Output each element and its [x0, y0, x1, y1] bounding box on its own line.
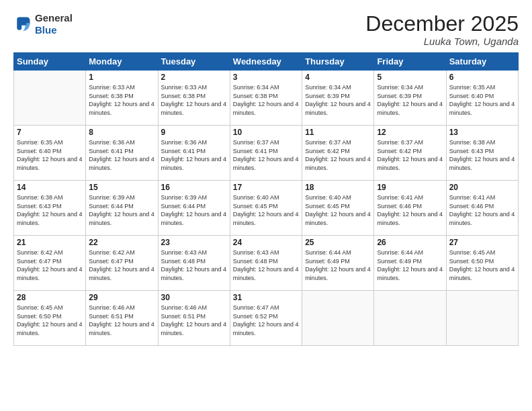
day-number: 13 — [449, 128, 515, 137]
calendar-cell — [446, 291, 518, 346]
calendar-cell: 18Sunrise: 6:40 AMSunset: 6:45 PMDayligh… — [302, 181, 374, 236]
weekday-header: Thursday — [302, 53, 374, 71]
calendar-header-row: SundayMondayTuesdayWednesdayThursdayFrid… — [14, 53, 519, 71]
day-info: Sunrise: 6:44 AMSunset: 6:49 PMDaylight:… — [377, 248, 443, 282]
calendar-cell: 23Sunrise: 6:43 AMSunset: 6:48 PMDayligh… — [158, 236, 230, 291]
calendar-cell: 26Sunrise: 6:44 AMSunset: 6:49 PMDayligh… — [374, 236, 446, 291]
day-info: Sunrise: 6:42 AMSunset: 6:47 PMDaylight:… — [89, 248, 154, 282]
day-info: Sunrise: 6:42 AMSunset: 6:47 PMDaylight:… — [17, 248, 83, 282]
day-number: 21 — [17, 238, 83, 247]
day-number: 3 — [233, 73, 299, 82]
weekday-header: Friday — [374, 53, 446, 71]
day-number: 23 — [161, 238, 227, 247]
day-number: 26 — [377, 238, 443, 247]
logo-blue-text: Blue — [35, 24, 73, 36]
weekday-header: Tuesday — [158, 53, 230, 71]
day-number: 9 — [161, 128, 227, 137]
calendar-cell: 16Sunrise: 6:39 AMSunset: 6:44 PMDayligh… — [158, 181, 230, 236]
day-number: 31 — [233, 293, 299, 302]
calendar-cell: 7Sunrise: 6:35 AMSunset: 6:40 PMDaylight… — [14, 126, 86, 181]
day-info: Sunrise: 6:34 AMSunset: 6:39 PMDaylight:… — [377, 83, 443, 117]
day-number: 4 — [305, 73, 371, 82]
day-number: 27 — [449, 238, 515, 247]
calendar-cell: 29Sunrise: 6:46 AMSunset: 6:51 PMDayligh… — [86, 291, 158, 346]
calendar-cell: 8Sunrise: 6:36 AMSunset: 6:41 PMDaylight… — [86, 126, 158, 181]
calendar-cell: 21Sunrise: 6:42 AMSunset: 6:47 PMDayligh… — [14, 236, 86, 291]
day-info: Sunrise: 6:40 AMSunset: 6:45 PMDaylight:… — [305, 193, 371, 227]
logo-icon — [13, 15, 32, 34]
calendar-cell: 28Sunrise: 6:45 AMSunset: 6:50 PMDayligh… — [14, 291, 86, 346]
logo-general-text: General — [35, 12, 73, 24]
day-info: Sunrise: 6:33 AMSunset: 6:38 PMDaylight:… — [89, 83, 154, 117]
calendar-week-row: 1Sunrise: 6:33 AMSunset: 6:38 PMDaylight… — [14, 71, 519, 126]
calendar-cell: 27Sunrise: 6:45 AMSunset: 6:50 PMDayligh… — [446, 236, 518, 291]
day-info: Sunrise: 6:40 AMSunset: 6:45 PMDaylight:… — [233, 193, 299, 227]
day-info: Sunrise: 6:45 AMSunset: 6:50 PMDaylight:… — [17, 304, 83, 337]
calendar-cell: 20Sunrise: 6:41 AMSunset: 6:46 PMDayligh… — [446, 181, 518, 236]
calendar-cell: 25Sunrise: 6:44 AMSunset: 6:49 PMDayligh… — [302, 236, 374, 291]
calendar-cell: 2Sunrise: 6:33 AMSunset: 6:38 PMDaylight… — [158, 71, 230, 126]
day-info: Sunrise: 6:39 AMSunset: 6:44 PMDaylight:… — [161, 193, 227, 227]
day-info: Sunrise: 6:41 AMSunset: 6:46 PMDaylight:… — [377, 193, 443, 227]
day-number: 29 — [89, 293, 154, 302]
day-info: Sunrise: 6:39 AMSunset: 6:44 PMDaylight:… — [89, 193, 154, 227]
calendar-cell: 6Sunrise: 6:35 AMSunset: 6:40 PMDaylight… — [446, 71, 518, 126]
day-number: 8 — [89, 128, 154, 137]
day-info: Sunrise: 6:45 AMSunset: 6:50 PMDaylight:… — [449, 248, 515, 282]
calendar-cell: 17Sunrise: 6:40 AMSunset: 6:45 PMDayligh… — [230, 181, 302, 236]
day-number: 18 — [305, 183, 371, 192]
calendar-table: SundayMondayTuesdayWednesdayThursdayFrid… — [13, 52, 519, 346]
day-info: Sunrise: 6:35 AMSunset: 6:40 PMDaylight:… — [17, 138, 83, 172]
day-number: 16 — [161, 183, 227, 192]
weekday-header: Sunday — [14, 53, 86, 71]
day-number: 15 — [89, 183, 154, 192]
header: General Blue December 2025 Luuka Town, U… — [13, 12, 519, 47]
day-info: Sunrise: 6:43 AMSunset: 6:48 PMDaylight:… — [161, 248, 227, 282]
day-number: 12 — [377, 128, 443, 137]
day-number: 30 — [161, 293, 227, 302]
day-number: 20 — [449, 183, 515, 192]
day-number: 6 — [449, 73, 515, 82]
day-info: Sunrise: 6:37 AMSunset: 6:42 PMDaylight:… — [377, 138, 443, 172]
day-number: 28 — [17, 293, 83, 302]
weekday-header: Wednesday — [230, 53, 302, 71]
day-number: 10 — [233, 128, 299, 137]
calendar-cell — [374, 291, 446, 346]
day-info: Sunrise: 6:36 AMSunset: 6:41 PMDaylight:… — [89, 138, 154, 172]
calendar-week-row: 14Sunrise: 6:38 AMSunset: 6:43 PMDayligh… — [14, 181, 519, 236]
calendar-cell — [14, 71, 86, 126]
calendar-cell: 22Sunrise: 6:42 AMSunset: 6:47 PMDayligh… — [86, 236, 158, 291]
day-info: Sunrise: 6:46 AMSunset: 6:51 PMDaylight:… — [161, 304, 227, 337]
location: Luuka Town, Uganda — [365, 36, 519, 47]
day-info: Sunrise: 6:37 AMSunset: 6:42 PMDaylight:… — [305, 138, 371, 172]
logo: General Blue — [13, 12, 73, 36]
day-info: Sunrise: 6:38 AMSunset: 6:43 PMDaylight:… — [17, 193, 83, 227]
day-number: 11 — [305, 128, 371, 137]
calendar-week-row: 28Sunrise: 6:45 AMSunset: 6:50 PMDayligh… — [14, 291, 519, 346]
calendar-cell: 1Sunrise: 6:33 AMSunset: 6:38 PMDaylight… — [86, 71, 158, 126]
day-info: Sunrise: 6:35 AMSunset: 6:40 PMDaylight:… — [449, 83, 515, 117]
day-number: 14 — [17, 183, 83, 192]
day-info: Sunrise: 6:47 AMSunset: 6:52 PMDaylight:… — [233, 304, 299, 337]
day-info: Sunrise: 6:33 AMSunset: 6:38 PMDaylight:… — [161, 83, 227, 117]
calendar-cell: 13Sunrise: 6:38 AMSunset: 6:43 PMDayligh… — [446, 126, 518, 181]
day-info: Sunrise: 6:43 AMSunset: 6:48 PMDaylight:… — [233, 248, 299, 282]
logo-text: General Blue — [35, 12, 73, 36]
title-block: December 2025 Luuka Town, Uganda — [365, 12, 519, 47]
day-number: 1 — [89, 73, 154, 82]
calendar-cell: 15Sunrise: 6:39 AMSunset: 6:44 PMDayligh… — [86, 181, 158, 236]
calendar-cell: 19Sunrise: 6:41 AMSunset: 6:46 PMDayligh… — [374, 181, 446, 236]
day-number: 17 — [233, 183, 299, 192]
day-info: Sunrise: 6:37 AMSunset: 6:41 PMDaylight:… — [233, 138, 299, 172]
calendar-cell: 4Sunrise: 6:34 AMSunset: 6:39 PMDaylight… — [302, 71, 374, 126]
calendar-cell: 30Sunrise: 6:46 AMSunset: 6:51 PMDayligh… — [158, 291, 230, 346]
day-number: 22 — [89, 238, 154, 247]
day-info: Sunrise: 6:46 AMSunset: 6:51 PMDaylight:… — [89, 304, 154, 337]
day-info: Sunrise: 6:34 AMSunset: 6:38 PMDaylight:… — [233, 83, 299, 117]
calendar-cell: 10Sunrise: 6:37 AMSunset: 6:41 PMDayligh… — [230, 126, 302, 181]
calendar-week-row: 7Sunrise: 6:35 AMSunset: 6:40 PMDaylight… — [14, 126, 519, 181]
calendar-cell: 3Sunrise: 6:34 AMSunset: 6:38 PMDaylight… — [230, 71, 302, 126]
calendar-cell: 9Sunrise: 6:36 AMSunset: 6:41 PMDaylight… — [158, 126, 230, 181]
day-info: Sunrise: 6:38 AMSunset: 6:43 PMDaylight:… — [449, 138, 515, 172]
day-number: 7 — [17, 128, 83, 137]
